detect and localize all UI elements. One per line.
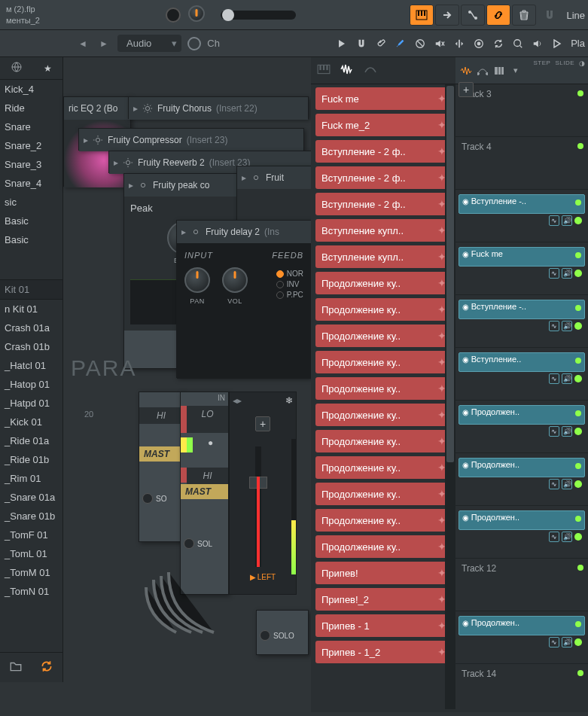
clip-dot-icon[interactable] [574,375,582,382]
cycle-icon[interactable] [489,35,507,53]
browser-item[interactable]: _Kick 01 [0,413,62,431]
clip-speaker-icon[interactable]: 🔊 [562,426,572,437]
browser-item[interactable]: Kick_4 [0,80,62,99]
browser-item[interactable]: sic [0,193,62,212]
clip-active-dot[interactable] [575,252,581,258]
clip-wave-icon[interactable]: ∿ [549,479,559,489]
pattern-item[interactable]: Продолжение ку..✦ [315,351,451,373]
wave-tool-icon[interactable] [459,63,474,78]
mute-icon[interactable] [431,35,449,53]
track-active-dot[interactable] [577,670,583,676]
clip-dot-icon[interactable] [574,270,582,277]
browser-item[interactable]: _Ride 01b [0,450,62,469]
record-icon[interactable] [187,37,201,50]
browser-item[interactable]: _Ride 01a [0,431,62,450]
track-row[interactable]: Track 4 [455,137,588,190]
solo-button[interactable]: SO [139,492,183,505]
clip-wave-icon[interactable]: ∿ [549,637,559,647]
clip-wave-icon[interactable]: ∿ [549,532,559,542]
clip-speaker-icon[interactable]: 🔊 [562,268,572,279]
track-row[interactable]: Track 14 [455,664,588,716]
pattern-item[interactable]: Продолжение ку..✦ [315,404,451,426]
pattern-item[interactable]: Припев - 1✦ [315,614,451,637]
clip-dot-icon[interactable] [574,638,582,646]
browser-category[interactable]: Kit 01 [0,279,62,300]
clip-speaker-icon[interactable]: 🔊 [562,479,572,489]
pattern-item[interactable]: Продолжение ку..✦ [315,324,451,347]
track-row[interactable]: ◉ Продолжен..∿🔊 [455,611,588,664]
browser-item[interactable]: Snare_2 [0,136,62,155]
scrollbar[interactable] [445,84,455,709]
piano-icon[interactable] [317,62,331,78]
clip-speaker-icon[interactable]: 🔊 [562,215,572,226]
clip-wave-icon[interactable]: ∿ [549,268,559,279]
clip-speaker-icon[interactable]: 🔊 [562,373,572,384]
browser-item[interactable]: Snare [0,117,62,136]
zoom-icon[interactable] [509,35,527,53]
pattern-item[interactable]: Продолжение ку..✦ [315,456,451,479]
deny-icon[interactable] [411,35,429,53]
browser-item[interactable]: Snare_4 [0,174,62,193]
globe-icon[interactable] [11,61,23,75]
mixer-channel-3[interactable]: SOLO [256,610,309,655]
plus-button[interactable]: + [255,416,270,431]
pattern-item[interactable]: Fuck me_2✦ [315,114,451,136]
browser-item[interactable]: _Hatcl 01 [0,356,62,375]
clip-wave-icon[interactable]: ∿ [549,215,559,226]
pattern-item[interactable]: Припев!_2✦ [315,588,451,611]
browser-item[interactable]: Ride [0,99,62,117]
pattern-item[interactable]: Продолжение ку..✦ [315,298,451,321]
record2-icon[interactable] [470,35,488,53]
plugin-compressor[interactable]: ▸Fruity Compressor (Insert 23) [78,128,304,151]
pattern-item[interactable]: Продолжение ку..✦ [315,483,451,505]
playlist-clip[interactable]: ◉ Продолжен.. [459,405,585,425]
pattern-item[interactable]: Продолжение ку..✦ [315,509,451,532]
clip-active-dot[interactable] [575,200,581,206]
clip-dot-icon[interactable] [574,533,582,541]
main-slider[interactable] [221,11,296,20]
expand-icon[interactable] [450,35,468,53]
pattern-item[interactable]: Продолжение ку..✦ [315,272,451,294]
clip-dot-icon[interactable] [574,217,582,224]
knob-global[interactable] [166,8,181,23]
vol-knob[interactable] [222,267,248,293]
audio-selector[interactable]: Audio▾ [117,35,181,52]
play2-icon[interactable] [548,35,566,53]
pattern-item[interactable]: Продолжение ку..✦ [315,377,451,400]
automation-icon[interactable] [364,63,377,78]
brush-icon[interactable] [391,35,410,53]
browser-item[interactable]: Crash 01b [0,337,62,356]
fader[interactable] [255,446,261,567]
track-row[interactable]: ◉ Вступление -..∿🔊 [455,295,588,348]
scroll-icon[interactable] [461,5,485,26]
browser-item[interactable]: Basic [0,230,62,249]
pattern-tool-icon[interactable] [492,63,507,78]
clip-active-dot[interactable] [575,410,581,416]
speaker-icon[interactable] [529,35,547,53]
track-row[interactable]: Track 3 [455,84,588,137]
add-track-button[interactable]: + [459,82,474,97]
playlist-clip[interactable]: ◉ Продолжен.. [459,510,585,530]
track-active-dot[interactable] [577,143,583,149]
clip-wave-icon[interactable]: ∿ [549,321,559,331]
clip-speaker-icon[interactable]: 🔊 [562,532,572,542]
unknown-knob[interactable] [188,5,205,24]
folder-icon[interactable] [9,660,23,675]
arrow-right-icon[interactable] [435,5,459,26]
clip-active-dot[interactable] [575,305,581,311]
nav-fwd-icon[interactable]: ► [96,36,111,51]
mode-invert[interactable]: INV [276,280,303,288]
browser-item[interactable]: _Hatpd 01 [0,394,62,413]
clip-dot-icon[interactable] [574,428,582,435]
track-row[interactable]: ◉ Вступление..∿🔊 [455,348,588,401]
playlist-clip[interactable]: ◉ Продолжен.. [459,458,585,477]
nav-back-icon[interactable]: ◄ [75,36,90,51]
pattern-item[interactable]: Вступление - 2 ф..✦ [315,166,451,189]
track-active-dot[interactable] [577,565,583,571]
track-row[interactable]: ◉ Продолжен..∿🔊 [455,506,588,559]
attach-icon[interactable] [372,35,390,53]
clip-active-dot[interactable] [575,516,581,522]
pattern-item[interactable]: Продолжение ку..✦ [315,430,451,452]
browser-item[interactable]: _Hatop 01 [0,375,62,394]
track-active-dot[interactable] [577,90,583,96]
